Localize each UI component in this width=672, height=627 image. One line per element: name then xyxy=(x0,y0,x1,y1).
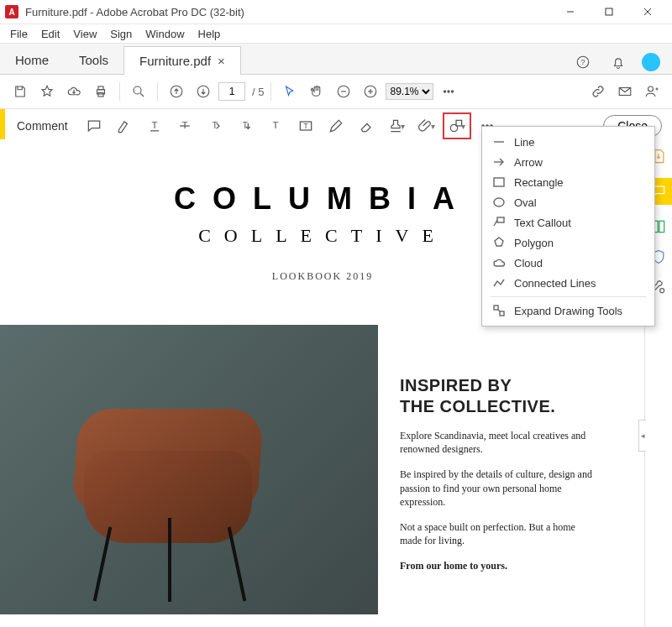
section-heading: INSPIRED BY THE COLLECTIVE. xyxy=(400,375,628,417)
drawing-oval[interactable]: Oval xyxy=(482,192,654,212)
body-p3: Not a space built on perfection. But a h… xyxy=(400,520,593,547)
svg-rect-47 xyxy=(497,217,504,222)
drawing-cloud[interactable]: Cloud xyxy=(482,253,654,273)
close-window-button[interactable] xyxy=(628,0,667,24)
account-avatar[interactable] xyxy=(642,53,660,71)
select-tool-icon[interactable] xyxy=(278,80,302,103)
menu-file[interactable]: File xyxy=(3,26,34,42)
menu-window[interactable]: Window xyxy=(139,26,191,42)
acrobat-icon: A xyxy=(5,5,18,18)
insert-text-icon[interactable]: T xyxy=(231,112,260,139)
page-count-label: / 5 xyxy=(252,86,264,98)
drawing-rectangle[interactable]: Rectangle xyxy=(482,172,654,192)
tab-home[interactable]: Home xyxy=(0,46,64,74)
svg-text:T: T xyxy=(181,119,187,130)
svg-point-46 xyxy=(494,198,504,206)
svg-point-18 xyxy=(444,91,446,92)
svg-text:T: T xyxy=(212,121,217,130)
menu-help[interactable]: Help xyxy=(192,26,228,42)
add-text-icon[interactable]: T xyxy=(261,112,290,139)
highlight-icon[interactable] xyxy=(110,112,139,139)
cloud-icon[interactable] xyxy=(62,80,86,103)
pencil-icon[interactable] xyxy=(322,112,350,139)
oval-icon xyxy=(492,196,506,209)
window-title: Furniture.pdf - Adobe Acrobat Pro DC (32… xyxy=(25,6,244,18)
drawing-connected-lines[interactable]: Connected Lines xyxy=(482,273,654,293)
tab-tools[interactable]: Tools xyxy=(64,46,123,74)
svg-line-10 xyxy=(140,93,144,97)
drawing-line[interactable]: Line xyxy=(482,132,654,152)
drawing-text-callout[interactable]: Text Callout xyxy=(482,212,654,233)
cloud-shape-icon xyxy=(492,256,506,269)
svg-point-9 xyxy=(134,86,141,94)
replace-text-icon[interactable]: T xyxy=(201,112,229,139)
tab-close-icon[interactable]: × xyxy=(218,54,225,68)
svg-point-42 xyxy=(660,289,664,293)
tab-strip: Home Tools Furniture.pdf × ? xyxy=(0,44,672,75)
menu-edit[interactable]: Edit xyxy=(34,26,66,42)
zoom-level-select[interactable]: 89.1% xyxy=(386,83,433,100)
svg-rect-41 xyxy=(659,221,664,232)
underline-icon[interactable]: T xyxy=(140,112,169,139)
line-icon xyxy=(492,135,506,149)
zoom-out-icon[interactable] xyxy=(332,80,355,103)
share-link-icon[interactable] xyxy=(586,80,610,103)
comment-toolbar-label: Comment xyxy=(5,119,80,133)
drawing-tools-menu: Line Arrow Rectangle Oval Text Callout P… xyxy=(481,126,655,327)
svg-rect-49 xyxy=(500,311,504,316)
maximize-button[interactable] xyxy=(590,0,628,24)
attachment-icon[interactable]: ▾ xyxy=(412,112,441,139)
svg-text:T: T xyxy=(242,121,247,130)
arrow-icon xyxy=(492,155,506,169)
stamp-icon[interactable]: ▾ xyxy=(382,112,411,139)
more-icon[interactable] xyxy=(437,80,460,103)
sticky-note-icon[interactable] xyxy=(80,112,108,139)
page-number-input[interactable] xyxy=(218,82,245,101)
hand-tool-icon[interactable] xyxy=(305,80,328,103)
svg-text:T: T xyxy=(272,119,278,130)
drawing-arrow[interactable]: Arrow xyxy=(482,152,654,172)
svg-rect-45 xyxy=(494,178,504,186)
strikethrough-icon[interactable]: T xyxy=(171,112,199,139)
svg-point-19 xyxy=(448,91,449,92)
minimize-button[interactable] xyxy=(551,0,590,24)
svg-rect-48 xyxy=(494,306,498,310)
text-box-icon[interactable]: T xyxy=(291,112,320,139)
svg-text:T: T xyxy=(151,119,157,130)
title-bar: A Furniture.pdf - Adobe Acrobat Pro DC (… xyxy=(0,0,672,24)
find-icon[interactable] xyxy=(127,80,150,103)
svg-rect-7 xyxy=(98,86,103,90)
connected-lines-icon xyxy=(492,276,506,290)
svg-rect-1 xyxy=(606,8,612,15)
text-callout-icon xyxy=(492,216,506,229)
help-icon[interactable]: ? xyxy=(571,50,595,74)
prev-page-icon[interactable] xyxy=(165,80,188,103)
body-p4: From our home to yours. xyxy=(400,559,593,572)
menu-sign[interactable]: Sign xyxy=(103,26,139,42)
hero-image xyxy=(0,325,378,614)
polygon-icon xyxy=(492,236,506,249)
body-p2: Be inspired by the details of culture, d… xyxy=(400,468,593,509)
print-icon[interactable] xyxy=(89,80,113,103)
menu-bar: File Edit View Sign Window Help xyxy=(0,24,672,44)
svg-rect-8 xyxy=(98,93,103,97)
save-icon[interactable] xyxy=(8,80,32,103)
zoom-in-icon[interactable] xyxy=(359,80,382,103)
svg-text:?: ? xyxy=(580,58,585,66)
drawing-tools-button[interactable]: ▾ xyxy=(443,112,471,139)
eraser-icon[interactable] xyxy=(352,112,381,139)
star-icon[interactable] xyxy=(35,80,59,103)
tab-document[interactable]: Furniture.pdf × xyxy=(123,46,241,75)
notifications-icon[interactable] xyxy=(606,50,630,74)
drawing-polygon[interactable]: Polygon xyxy=(482,233,654,253)
main-toolbar: / 5 89.1% xyxy=(0,75,672,109)
expand-drawing-tools[interactable]: Expand Drawing Tools xyxy=(482,300,654,321)
svg-point-20 xyxy=(452,91,454,92)
expand-icon xyxy=(492,304,506,317)
email-icon[interactable] xyxy=(613,80,637,103)
collapse-rail-button[interactable]: ◂ xyxy=(638,420,646,452)
next-page-icon[interactable] xyxy=(192,80,215,103)
svg-point-22 xyxy=(648,86,654,91)
menu-view[interactable]: View xyxy=(66,26,103,42)
add-person-icon[interactable] xyxy=(640,80,664,103)
